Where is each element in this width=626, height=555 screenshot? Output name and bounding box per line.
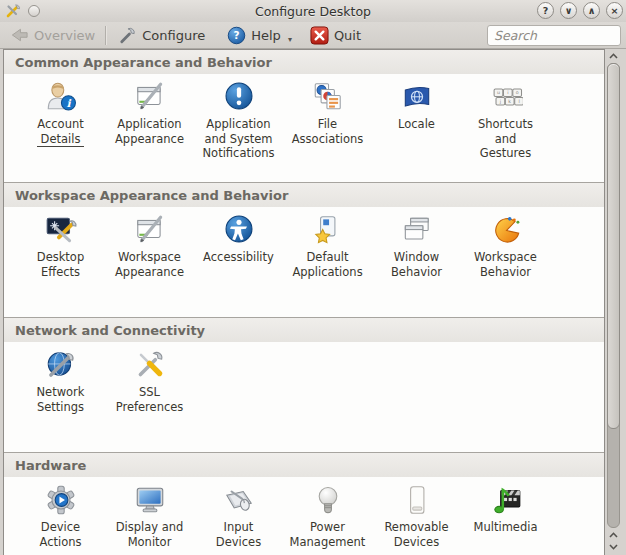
- workspace-appearance-icon: [133, 213, 167, 247]
- svg-text:o: o: [515, 90, 518, 95]
- default-applications-icon: [311, 213, 345, 247]
- item-label: Workspace Behavior: [474, 250, 537, 279]
- section-title: Workspace Appearance and Behavior: [4, 183, 604, 207]
- help-icon: ?: [227, 26, 246, 45]
- section-title: Common Appearance and Behavior: [4, 50, 604, 74]
- account-details-icon: i: [44, 80, 78, 114]
- settings-item-removable-devices[interactable]: Removable Devices: [372, 483, 461, 549]
- item-label: Account Details: [37, 117, 83, 147]
- settings-item-locale[interactable]: Locale: [372, 80, 461, 132]
- svg-text:l: l: [518, 99, 519, 104]
- multimedia-icon: [489, 483, 523, 517]
- titlebar-menu-button[interactable]: [28, 5, 40, 17]
- item-label: Multimedia: [474, 520, 538, 535]
- section-items: Device ActionsDisplay and MonitorInput D…: [4, 477, 604, 549]
- svg-text:?: ?: [234, 29, 240, 41]
- settings-item-workspace-behavior[interactable]: Workspace Behavior: [461, 213, 550, 279]
- vertical-scrollbar: [606, 49, 621, 555]
- section-workspace-appearance-and-behavior: Workspace Appearance and BehaviorDesktop…: [4, 182, 604, 317]
- locale-icon: [400, 80, 434, 114]
- search-box: [487, 25, 621, 46]
- settings-item-accessibility[interactable]: Accessibility: [194, 213, 283, 265]
- desktop-effects-icon: [44, 213, 78, 247]
- application-appearance-icon: [133, 80, 167, 114]
- item-label: Locale: [398, 117, 435, 132]
- window-maximize-button[interactable]: ∧: [583, 2, 600, 19]
- section-items: Desktop EffectsWorkspace AppearanceAcces…: [4, 207, 604, 317]
- help-dropdown-chevron-icon: ▾: [288, 35, 292, 44]
- item-label: File Associations: [292, 117, 363, 146]
- settings-item-power-management[interactable]: Power Management: [283, 483, 372, 549]
- wrench-icon: [118, 26, 137, 45]
- overview-label: Overview: [34, 28, 95, 43]
- settings-item-window-behavior[interactable]: Window Behavior: [372, 213, 461, 279]
- ssl-preferences-icon: [133, 348, 167, 382]
- settings-item-default-applications[interactable]: Default Applications: [283, 213, 372, 279]
- item-label: Power Management: [290, 520, 366, 549]
- settings-item-ssl-preferences[interactable]: SSL Preferences: [105, 348, 194, 414]
- quit-button[interactable]: Quit: [304, 24, 367, 47]
- settings-item-shortcuts-gestures[interactable]: uiojklShortcuts and Gestures: [461, 80, 550, 161]
- svg-text:k: k: [508, 99, 511, 104]
- section-network-and-connectivity: Network and ConnectivityNetwork Settings…: [4, 317, 604, 452]
- item-label: Workspace Appearance: [115, 250, 184, 279]
- settings-item-desktop-effects[interactable]: Desktop Effects: [16, 213, 105, 279]
- item-label: Device Actions: [39, 520, 81, 549]
- settings-item-display-monitor[interactable]: Display and Monitor: [105, 483, 194, 549]
- item-label: Window Behavior: [391, 250, 442, 279]
- settings-item-device-actions[interactable]: Device Actions: [16, 483, 105, 549]
- workspace-behavior-icon: [489, 213, 523, 247]
- item-label: Default Applications: [292, 250, 362, 279]
- settings-item-multimedia[interactable]: Multimedia: [461, 483, 550, 535]
- window-behavior-icon: [400, 213, 434, 247]
- item-label: Removable Devices: [384, 520, 448, 549]
- item-label: Network Settings: [36, 385, 84, 414]
- section-common-appearance-and-behavior: Common Appearance and BehavioriAccount D…: [4, 50, 604, 182]
- settings-grid-viewport: Common Appearance and BehavioriAccount D…: [3, 49, 605, 555]
- accessibility-icon: [222, 213, 256, 247]
- configure-desktop-window: Configure Desktop ? ∨ ∧ × Overview Confi…: [0, 0, 626, 555]
- window-help-button[interactable]: ?: [537, 2, 554, 19]
- settings-item-application-appearance[interactable]: Application Appearance: [105, 80, 194, 146]
- overview-button[interactable]: Overview: [4, 25, 101, 45]
- window-minimize-button[interactable]: ∨: [560, 2, 577, 19]
- settings-item-account-details[interactable]: iAccount Details: [16, 80, 105, 147]
- svg-text:u: u: [496, 90, 499, 95]
- network-settings-icon: [44, 348, 78, 382]
- settings-item-file-associations[interactable]: File Associations: [283, 80, 372, 146]
- item-label: Display and Monitor: [116, 520, 184, 549]
- device-actions-icon: [44, 483, 78, 517]
- titlebar: Configure Desktop ? ∨ ∧ ×: [0, 0, 626, 22]
- window-title: Configure Desktop: [0, 4, 626, 19]
- section-hardware: HardwareDevice ActionsDisplay and Monito…: [4, 452, 604, 549]
- scroll-up-arrow[interactable]: [606, 50, 621, 62]
- section-title: Hardware: [4, 453, 604, 477]
- toolbar: Overview Configure ? Help ▾: [0, 22, 626, 49]
- app-icon[interactable]: [5, 3, 21, 19]
- toolbar-separator: [105, 26, 106, 45]
- window-close-button[interactable]: ×: [606, 2, 623, 19]
- item-label: Input Devices: [216, 520, 261, 549]
- section-items: Network SettingsSSL Preferences: [4, 342, 604, 452]
- svg-text:j: j: [498, 99, 500, 104]
- settings-item-input-devices[interactable]: Input Devices: [194, 483, 283, 549]
- scroll-down-arrow[interactable]: [606, 541, 621, 553]
- item-label: Shortcuts and Gestures: [478, 117, 533, 161]
- quit-label: Quit: [334, 28, 361, 43]
- item-label: Accessibility: [203, 250, 274, 265]
- scrollbar-thumb[interactable]: [607, 63, 620, 429]
- application-system-notifications-icon: [222, 80, 256, 114]
- scroll-up-arrow-bottom[interactable]: [606, 529, 621, 541]
- display-monitor-icon: [133, 483, 167, 517]
- help-label: Help: [251, 28, 281, 43]
- settings-item-application-system-notifications[interactable]: Application and System Notifications: [194, 80, 283, 161]
- help-button[interactable]: ? Help ▾: [221, 24, 298, 47]
- removable-devices-icon: [400, 483, 434, 517]
- settings-item-network-settings[interactable]: Network Settings: [16, 348, 105, 414]
- settings-item-workspace-appearance[interactable]: Workspace Appearance: [105, 213, 194, 279]
- shortcuts-gestures-icon: uiojkl: [489, 80, 523, 114]
- search-input[interactable]: [487, 25, 621, 46]
- configure-button[interactable]: Configure: [112, 24, 211, 47]
- item-label: Application Appearance: [115, 117, 184, 146]
- power-management-icon: [311, 483, 345, 517]
